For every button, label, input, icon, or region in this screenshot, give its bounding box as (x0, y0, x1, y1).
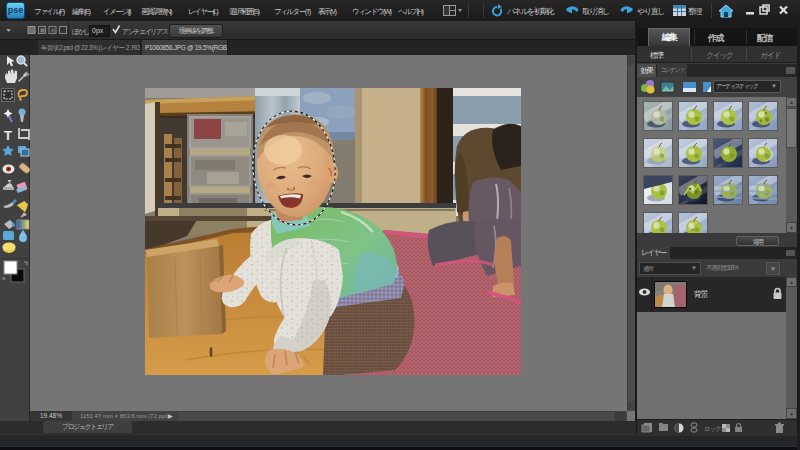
svg-text:ロック:: ロック: (704, 425, 723, 432)
svg-text:T: T (4, 128, 12, 143)
